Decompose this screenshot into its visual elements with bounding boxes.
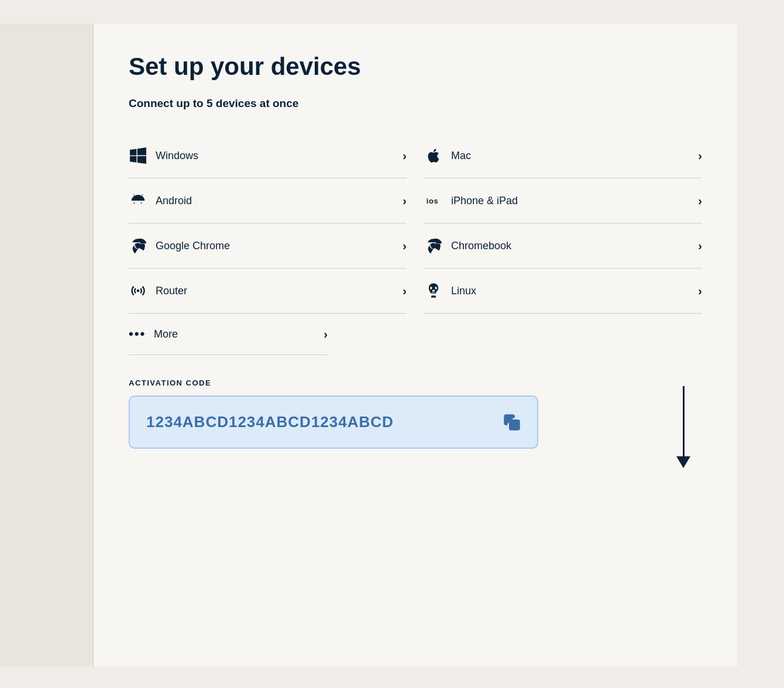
activation-box: 1234ABCD1234ABCD1234ABCD <box>129 395 538 449</box>
device-item-iphone[interactable]: ios iPhone & iPad › <box>424 178 702 223</box>
device-item-linux[interactable]: Linux › <box>424 269 702 314</box>
device-item-mac[interactable]: Mac › <box>424 133 702 178</box>
chromebook-chevron: › <box>698 239 702 253</box>
more-dots-icon: ••• <box>129 326 146 342</box>
mac-label: Mac <box>451 150 693 162</box>
col-right: Mac › ios iPhone & iPad › Chromeboo <box>424 133 702 314</box>
chrome-label: Google Chrome <box>156 240 398 252</box>
chrome-icon <box>129 236 147 255</box>
android-label: Android <box>156 195 398 207</box>
more-label: More <box>154 328 319 340</box>
col-left: Windows › Android › Google Chrome <box>129 133 407 314</box>
windows-icon <box>129 146 147 165</box>
main-content: Set up your devices Connect up to 5 devi… <box>94 23 737 667</box>
chrome-chevron: › <box>403 239 407 253</box>
more-chevron: › <box>324 328 328 341</box>
mac-chevron: › <box>698 149 702 163</box>
router-label: Router <box>156 285 398 297</box>
device-item-more[interactable]: ••• More › <box>129 314 328 355</box>
mac-icon <box>424 146 443 165</box>
linux-chevron: › <box>698 284 702 298</box>
activation-code: 1234ABCD1234ABCD1234ABCD <box>146 413 394 431</box>
device-item-windows[interactable]: Windows › <box>129 133 407 178</box>
copy-button[interactable] <box>503 414 521 431</box>
chromebook-label: Chromebook <box>451 240 693 252</box>
ios-icon: ios <box>424 191 443 210</box>
windows-chevron: › <box>403 149 407 163</box>
subtitle: Connect up to 5 devices at once <box>129 97 702 110</box>
ios-text-label: ios <box>427 197 438 205</box>
devices-grid: Windows › Android › Google Chrome <box>129 133 702 314</box>
device-item-android[interactable]: Android › <box>129 178 407 223</box>
arrow-line <box>683 386 685 456</box>
router-chevron: › <box>403 284 407 298</box>
router-icon <box>129 281 147 300</box>
arrow-head <box>676 456 690 468</box>
iphone-chevron: › <box>698 194 702 208</box>
more-row-container: ••• More › <box>129 314 328 355</box>
linux-label: Linux <box>451 285 693 297</box>
linux-icon <box>424 281 443 300</box>
device-item-chrome[interactable]: Google Chrome › <box>129 223 407 269</box>
page-title: Set up your devices <box>129 53 702 81</box>
iphone-label: iPhone & iPad <box>451 195 693 207</box>
svg-rect-2 <box>510 420 519 429</box>
android-chevron: › <box>403 194 407 208</box>
chromebook-icon <box>424 236 443 255</box>
activation-label: ACTIVATION CODE <box>129 379 702 387</box>
device-item-router[interactable]: Router › <box>129 269 407 314</box>
android-icon <box>129 191 147 210</box>
sidebar-right <box>737 23 784 667</box>
arrow-indicator <box>676 386 690 468</box>
sidebar-left <box>0 23 94 667</box>
page-wrapper: Set up your devices Connect up to 5 devi… <box>0 0 784 688</box>
device-item-chromebook[interactable]: Chromebook › <box>424 223 702 269</box>
windows-label: Windows <box>156 150 398 162</box>
activation-section: ACTIVATION CODE 1234ABCD1234ABCD1234ABCD <box>129 379 702 449</box>
